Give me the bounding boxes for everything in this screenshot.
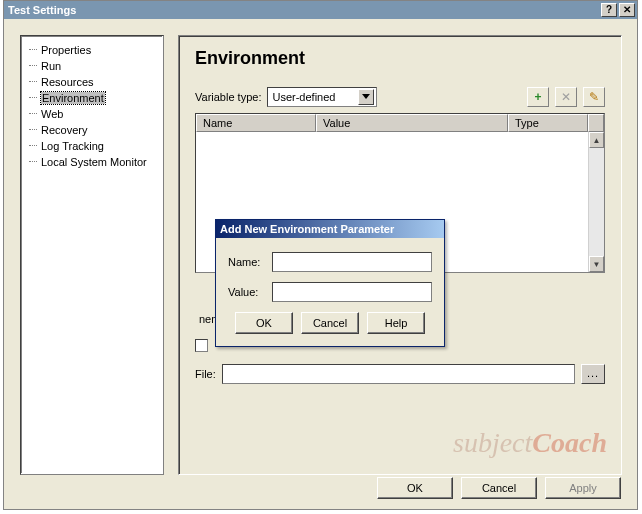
ok-button[interactable]: OK (377, 477, 453, 499)
column-header-scrollspace (588, 114, 604, 132)
tree-item-local-system-monitor[interactable]: Local System Monitor (25, 154, 159, 170)
close-titlebar-button[interactable]: ✕ (619, 3, 635, 17)
tree-item-resources[interactable]: Resources (25, 74, 159, 90)
tree-item-recovery[interactable]: Recovery (25, 122, 159, 138)
file-label: File: (195, 368, 216, 380)
modal-value-input[interactable] (272, 282, 432, 302)
modal-name-input[interactable] (272, 252, 432, 272)
edit-variable-button[interactable]: ✎ (583, 87, 605, 107)
window-title: Test Settings (8, 1, 76, 19)
dialog-button-row: OK Cancel Apply (377, 477, 621, 499)
tree-item-properties[interactable]: Properties (25, 42, 159, 58)
add-env-parameter-dialog: Add New Environment Parameter Name: Valu… (215, 219, 445, 347)
tree-item-run[interactable]: Run (25, 58, 159, 74)
help-titlebar-button[interactable]: ? (601, 3, 617, 17)
load-variables-checkbox[interactable] (195, 339, 208, 352)
variable-type-value: User-defined (272, 91, 335, 103)
variable-type-dropdown[interactable]: User-defined (267, 87, 377, 107)
tree-item-web[interactable]: Web (25, 106, 159, 122)
table-scrollbar[interactable]: ▲ ▼ (588, 132, 604, 272)
browse-file-button[interactable]: ... (581, 364, 605, 384)
modal-name-label: Name: (228, 256, 272, 268)
scroll-down-icon[interactable]: ▼ (589, 256, 604, 272)
modal-help-button[interactable]: Help (367, 312, 425, 334)
modal-value-label: Value: (228, 286, 272, 298)
category-tree: Properties Run Resources Environment Web… (20, 35, 164, 475)
cancel-button[interactable]: Cancel (461, 477, 537, 499)
add-variable-button[interactable]: + (527, 87, 549, 107)
content-area: Properties Run Resources Environment Web… (4, 19, 637, 509)
apply-button[interactable]: Apply (545, 477, 621, 499)
chevron-down-icon (358, 89, 374, 105)
variable-type-label: Variable type: (195, 91, 261, 103)
column-header-value[interactable]: Value (316, 114, 508, 132)
modal-title: Add New Environment Parameter (216, 220, 444, 238)
page-title: Environment (195, 48, 605, 69)
test-settings-window: Test Settings ? ✕ Properties Run Resourc… (3, 0, 638, 510)
scroll-up-icon[interactable]: ▲ (589, 132, 604, 148)
delete-variable-button[interactable]: ✕ (555, 87, 577, 107)
modal-ok-button[interactable]: OK (235, 312, 293, 334)
modal-cancel-button[interactable]: Cancel (301, 312, 359, 334)
column-header-name[interactable]: Name (196, 114, 316, 132)
file-path-input[interactable] (222, 364, 575, 384)
column-header-type[interactable]: Type (508, 114, 588, 132)
titlebar: Test Settings ? ✕ (4, 1, 637, 19)
tree-item-log-tracking[interactable]: Log Tracking (25, 138, 159, 154)
tree-item-environment[interactable]: Environment (25, 90, 159, 106)
